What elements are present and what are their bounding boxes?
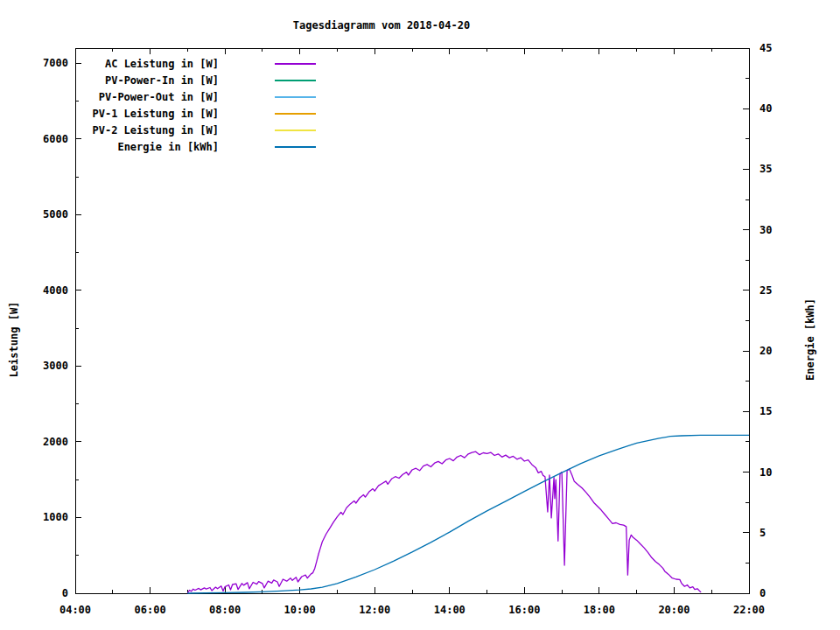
legend-label: PV-1 Leistung in [W] [0, 108, 219, 120]
x-tick-label: 20:00 [658, 604, 690, 616]
legend: AC Leistung in [W]PV-Power-In in [W]PV-P… [0, 55, 316, 155]
x-tick-label: 08:00 [209, 604, 241, 616]
y-right-tick-label: 20 [760, 345, 772, 357]
y-left-tick-label: 2000 [43, 436, 68, 448]
y-right-tick-label: 10 [760, 466, 772, 479]
legend-row: AC Leistung in [W] [0, 55, 316, 72]
y-left-tick-label: 3000 [43, 360, 68, 372]
series-ac-leistung-in-w- [187, 452, 701, 593]
x-tick-label: 16:00 [508, 604, 540, 616]
legend-label: AC Leistung in [W] [0, 58, 219, 70]
y-left-tick-label: 1000 [43, 511, 68, 523]
y-right-tick-label: 15 [760, 405, 772, 417]
x-tick-label: 06:00 [134, 604, 165, 616]
legend-row: PV-Power-In in [W] [0, 72, 316, 88]
x-tick-label: 18:00 [584, 604, 615, 616]
legend-line-sample [275, 146, 316, 148]
tagesdiagramm-chart: Tagesdiagramm vom 2018-04-20 Leistung [W… [0, 0, 840, 630]
y-right-tick-label: 0 [760, 587, 766, 599]
legend-label: Energie in [kWh] [0, 141, 219, 153]
legend-row: PV-Power-Out in [W] [0, 88, 316, 105]
legend-line-sample [275, 63, 316, 65]
x-tick-label: 12:00 [359, 604, 390, 616]
legend-line-sample [275, 130, 316, 131]
y-right-tick-label: 45 [760, 42, 772, 54]
y-left-tick-label: 5000 [43, 208, 68, 220]
legend-row: PV-1 Leistung in [W] [0, 105, 316, 122]
legend-label: PV-Power-In in [W] [0, 74, 219, 87]
x-tick-label: 04:00 [60, 604, 91, 616]
legend-line-sample [275, 80, 316, 81]
legend-label: PV-Power-Out in [W] [0, 91, 219, 103]
y-right-tick-label: 40 [760, 102, 772, 115]
x-tick-label: 22:00 [733, 604, 765, 616]
legend-row: Energie in [kWh] [0, 138, 316, 155]
y-right-tick-label: 25 [760, 284, 772, 297]
y-right-tick-label: 5 [760, 527, 766, 539]
legend-line-sample [275, 113, 316, 115]
legend-label: PV-2 Leistung in [W] [0, 124, 219, 136]
legend-line-sample [275, 96, 316, 98]
x-tick-label: 14:00 [434, 604, 466, 616]
x-tick-label: 10:00 [284, 604, 316, 616]
legend-row: PV-2 Leistung in [W] [0, 122, 316, 138]
series-energie-in-kwh- [187, 435, 749, 593]
y-right-tick-label: 35 [760, 163, 772, 175]
y-left-tick-label: 4000 [43, 284, 68, 297]
y-left-tick-label: 0 [62, 587, 68, 599]
y-right-tick-label: 30 [760, 224, 772, 236]
